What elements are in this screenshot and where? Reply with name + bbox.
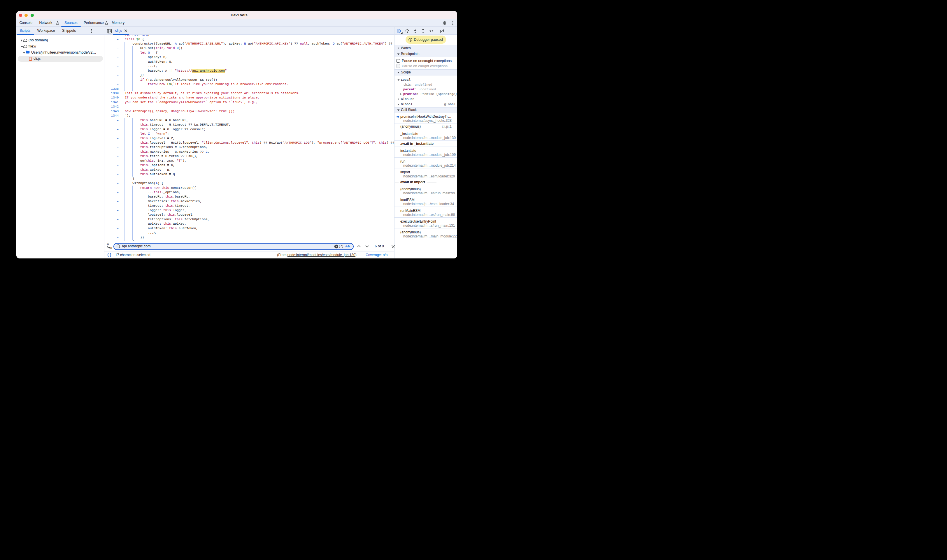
svg-text:B: B [111, 246, 113, 249]
